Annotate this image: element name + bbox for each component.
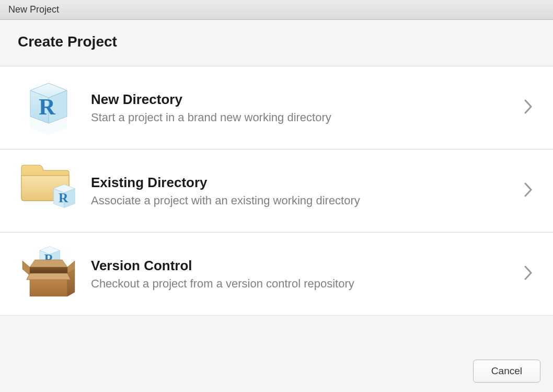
option-desc: Checkout a project from a version contro… [91,277,524,291]
dialog-header: Create Project [0,20,553,66]
options-list: R New Directory Start a project in a bra… [0,66,553,316]
svg-marker-20 [27,273,71,280]
option-version-control[interactable]: R Version Control [0,233,553,316]
box-r-cube-icon: R [15,245,83,303]
option-text: Existing Directory Associate a project w… [83,175,524,207]
r-cube-icon: R [15,79,83,136]
svg-marker-19 [67,269,75,296]
svg-marker-13 [30,267,67,273]
window-title: New Project [8,4,59,15]
option-desc: Start a project in a brand new working d… [91,111,524,124]
svg-text:R: R [59,190,68,205]
chevron-right-icon [524,182,537,199]
option-existing-directory[interactable]: R Existing Directory Associate a project… [0,149,553,233]
option-text: New Directory Start a project in a brand… [83,91,524,124]
chevron-right-icon [524,266,537,282]
option-title: Existing Directory [91,175,524,191]
option-title: Version Control [91,258,524,274]
dialog-footer: Cancel [0,351,553,392]
svg-marker-16 [30,260,67,267]
chevron-right-icon [524,99,537,116]
page-title: Create Project [18,33,535,50]
option-new-directory[interactable]: R New Directory Start a project in a bra… [0,66,553,149]
option-text: Version Control Checkout a project from … [83,258,524,291]
svg-text:R: R [39,94,56,120]
cancel-button[interactable]: Cancel [473,360,540,383]
window-titlebar: New Project [0,0,553,20]
svg-marker-14 [22,261,30,275]
folder-r-cube-icon: R [15,162,83,220]
option-desc: Associate a project with an existing wor… [91,194,524,207]
option-title: New Directory [91,91,524,108]
